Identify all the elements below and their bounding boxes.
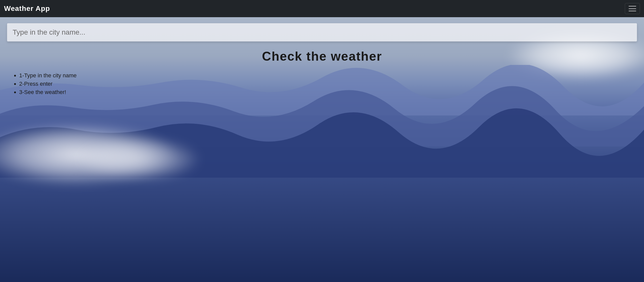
city-search-input[interactable] xyxy=(7,23,637,41)
instruction-item: 1-Type in the city name xyxy=(19,71,637,80)
cloud-decoration xyxy=(76,136,202,182)
menu-toggle-button[interactable] xyxy=(625,3,640,14)
instruction-item: 2-Press enter xyxy=(19,80,637,88)
hamburger-icon xyxy=(629,6,636,11)
app-brand[interactable]: Weather App xyxy=(4,5,50,13)
navbar: Weather App xyxy=(0,0,644,17)
page-heading: Check the weather xyxy=(7,49,637,64)
instructions-list: 1-Type in the city name 2-Press enter 3-… xyxy=(7,71,637,96)
cloud-decoration xyxy=(0,123,177,186)
mountain-front-decoration xyxy=(0,102,644,178)
instruction-item: 3-See the weather! xyxy=(19,88,637,96)
main-content: Check the weather 1-Type in the city nam… xyxy=(0,17,644,102)
